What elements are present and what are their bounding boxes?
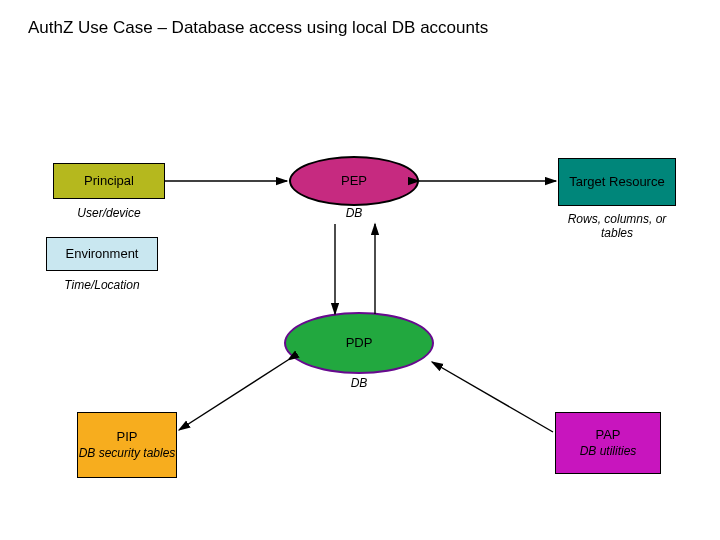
principal-label: Principal [84,173,134,189]
environment-box: Environment [46,237,158,271]
pdp-label: PDP [346,335,373,351]
svg-line-4 [179,360,288,430]
target-box: Target Resource [558,158,676,206]
target-label-1: Target Resource [565,174,668,190]
pip-label: PIP [117,429,138,445]
pep-label: PEP [341,173,367,189]
target-sub: Rows, columns, or tables [552,212,682,240]
principal-box: Principal [53,163,165,199]
svg-line-5 [432,362,553,432]
principal-sub: User/device [53,206,165,220]
pap-label: PAP [595,427,620,443]
environment-sub: Time/Location [46,278,158,292]
pdp-sub: DB [284,376,434,390]
pap-sub: DB utilities [580,444,637,459]
pdp-ellipse: PDP [284,312,434,374]
pep-ellipse: PEP [289,156,419,206]
pip-box: PIP DB security tables [77,412,177,478]
pap-box: PAP DB utilities [555,412,661,474]
pep-sub: DB [289,206,419,220]
pip-sub: DB security tables [79,446,176,461]
page-title: AuthZ Use Case – Database access using l… [28,18,488,38]
environment-label: Environment [66,246,139,262]
